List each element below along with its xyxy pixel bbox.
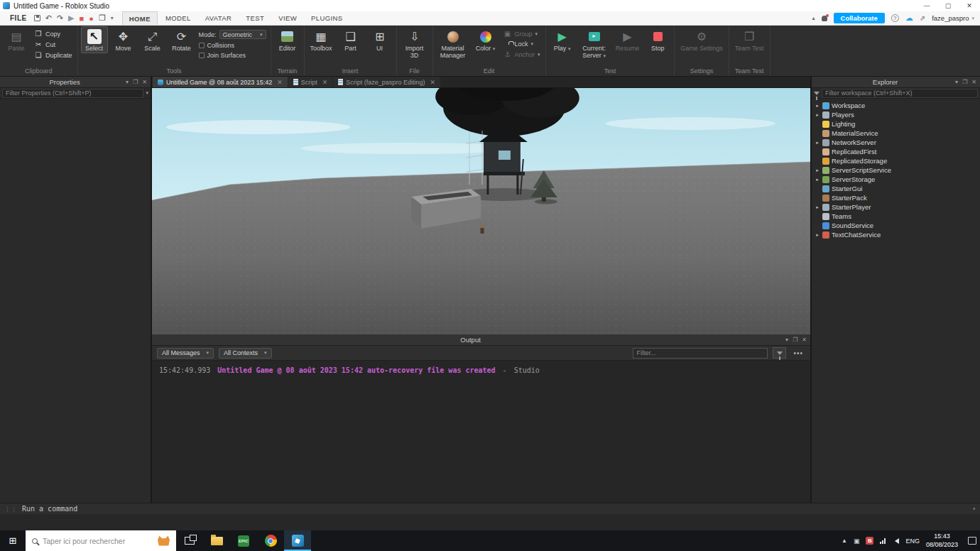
chrome-button[interactable] [257, 530, 284, 551]
menu-tab-view[interactable]: VIEW [272, 11, 303, 25]
explorer-item-serverstorage[interactable]: ▸ServerStorage [812, 175, 980, 184]
explorer-item-textchatservice[interactable]: ▸TextChatService [812, 230, 980, 239]
taskbar-search-input[interactable] [43, 537, 153, 545]
team-test-button[interactable]: ❐ Team Test [732, 26, 767, 53]
command-bar-text[interactable]: Run a command [22, 505, 77, 513]
epic-games-button[interactable]: EPIC [230, 530, 257, 551]
drag-handle-icon[interactable]: ⋮⋮ [4, 506, 17, 513]
output-filter-input[interactable] [633, 348, 768, 359]
messages-filter-dropdown[interactable]: All Messages ▾ [157, 348, 214, 359]
explorer-filter-input[interactable] [822, 89, 978, 98]
properties-filter-input[interactable] [2, 89, 143, 98]
contexts-filter-dropdown[interactable]: All Contexts ▾ [219, 348, 272, 359]
group-button[interactable]: ▣Group▾ [501, 29, 543, 38]
menu-tab-plugins[interactable]: PLUGINS [305, 11, 349, 25]
play-button[interactable]: ▶ Play ▾ [549, 26, 576, 53]
3d-viewport[interactable] [152, 88, 810, 334]
scale-tool-button[interactable]: ⤢ Scale [139, 26, 166, 53]
save-icon[interactable] [34, 15, 40, 21]
import-3d-button[interactable]: ⇩ Import 3D [400, 26, 430, 60]
collapse-ribbon-icon[interactable]: ▴ [812, 15, 815, 21]
move-tool-button[interactable]: ✥ Move [110, 26, 137, 53]
explorer-item-starterplayer[interactable]: ▸StarterPlayer [812, 202, 980, 212]
explorer-item-soundservice[interactable]: SoundService [812, 221, 980, 230]
record-icon[interactable]: ● [89, 14, 94, 23]
lock-button[interactable]: Lock▾ [501, 40, 543, 48]
mode-dropdown[interactable]: Geometric ▾ [219, 30, 266, 39]
explorer-item-workspace[interactable]: ▸Workspace [812, 101, 980, 110]
explorer-item-replicatedstorage[interactable]: ReplicatedStorage [812, 156, 980, 165]
explorer-item-lighting[interactable]: Lighting [812, 119, 980, 129]
collisions-checkbox[interactable]: Collisions [197, 41, 268, 50]
tray-red-app-icon[interactable]: B [866, 537, 873, 545]
expand-arrow-icon[interactable]: ▸ [815, 140, 820, 146]
maximize-button[interactable]: ▢ [937, 0, 959, 11]
terrain-editor-button[interactable]: Editor [274, 26, 301, 53]
chevron-down-icon[interactable]: ▾ [785, 337, 788, 343]
material-manager-button[interactable]: Material Manager [436, 26, 470, 60]
ui-button[interactable]: ⊞ UI [366, 26, 393, 53]
volume-icon[interactable] [892, 538, 899, 544]
close-button[interactable]: ✕ [959, 0, 980, 11]
popout-icon[interactable]: ❐ [793, 337, 797, 343]
start-button[interactable]: ⊞ [0, 530, 26, 551]
explorer-item-teams[interactable]: Teams [812, 212, 980, 221]
expand-arrow-icon[interactable]: ▸ [815, 204, 820, 210]
part-button[interactable]: ❑ Part [337, 26, 364, 53]
viewport-tab[interactable]: Script (faze_paspro Editing)✕ [333, 77, 440, 87]
tray-app-icon[interactable]: ▣ [854, 538, 860, 545]
rotate-tool-button[interactable]: ⟳ Rotate [168, 26, 195, 53]
close-icon[interactable]: ✕ [142, 79, 147, 85]
popout-icon[interactable]: ❐ [962, 79, 967, 85]
more-options-icon[interactable]: ••• [791, 349, 805, 357]
roblox-studio-button[interactable] [284, 530, 311, 551]
minimize-button[interactable]: — [916, 0, 937, 11]
menu-tab-home[interactable]: HOME [122, 11, 158, 25]
menu-tab-avatar[interactable]: AVATAR [199, 11, 239, 25]
chevron-down-icon[interactable]: ▾ [955, 79, 958, 85]
chevron-down-icon[interactable]: ▾ [146, 90, 148, 96]
redo-icon[interactable]: ↷ [57, 13, 63, 23]
game-settings-button[interactable]: ⚙ Game Settings [677, 26, 726, 53]
help-icon[interactable]: ? [891, 14, 899, 22]
viewport-tab[interactable]: Untitled Game @ 08 août 2023 15:42✕ [153, 77, 288, 87]
chevron-down-icon[interactable]: ▾ [111, 15, 114, 21]
action-center-icon[interactable] [968, 537, 976, 545]
undo-icon[interactable]: ↶ [45, 13, 52, 23]
close-icon[interactable]: ✕ [802, 337, 807, 343]
stop-button[interactable]: Stop [644, 26, 671, 53]
expand-arrow-icon[interactable]: ▸ [815, 177, 820, 182]
expand-arrow-icon[interactable]: ▸ [815, 168, 820, 173]
paste-button[interactable]: ▤ Paste [3, 26, 30, 53]
toolbox-button[interactable]: ▦ Toolbox [307, 26, 335, 53]
close-icon[interactable]: ✕ [430, 79, 435, 86]
filter-funnel-button[interactable] [773, 347, 786, 359]
menu-tab-test[interactable]: TEST [239, 11, 271, 25]
file-menu[interactable]: FILE [6, 14, 31, 22]
copy-button[interactable]: ❐Copy [32, 29, 75, 38]
share-icon[interactable]: ⇗ [920, 14, 925, 22]
expand-arrow-icon[interactable]: ▸ [815, 232, 820, 238]
color-button[interactable]: Color ▾ [472, 26, 499, 53]
cloud-sync-icon[interactable]: ☁ [905, 13, 913, 23]
close-icon[interactable]: ✕ [322, 79, 328, 86]
menu-tab-model[interactable]: MODEL [159, 11, 197, 25]
anchor-button[interactable]: ⚓Anchor▾ [501, 50, 543, 59]
resume-button[interactable]: ▶ Resume [613, 26, 643, 53]
popout-icon[interactable]: ❐ [133, 79, 138, 85]
cut-button[interactable]: ✂Cut [32, 40, 75, 49]
explorer-item-starterpack[interactable]: StarterPack [812, 193, 980, 202]
duplicate-button[interactable]: ❏Duplicate [32, 50, 75, 60]
collaborate-button[interactable]: Collaborate [834, 13, 885, 23]
chevron-down-icon[interactable]: ▾ [972, 506, 976, 512]
explorer-item-serverscriptservice[interactable]: ▸ServerScriptService [812, 165, 980, 175]
explorer-item-players[interactable]: ▸Players [812, 110, 980, 119]
explorer-item-networkserver[interactable]: ▸NetworkServer [812, 138, 980, 147]
clock[interactable]: 15:43 08/08/2023 [926, 533, 958, 549]
hidden-icons-chevron[interactable]: ▲ [842, 538, 847, 544]
network-icon[interactable] [880, 538, 886, 544]
command-bar[interactable]: ⋮⋮ Run a command ▾ [0, 503, 980, 514]
language-indicator[interactable]: ENG [905, 538, 920, 545]
viewport-tab[interactable]: Script✕ [288, 77, 333, 87]
expand-arrow-icon[interactable]: ▸ [815, 103, 820, 109]
